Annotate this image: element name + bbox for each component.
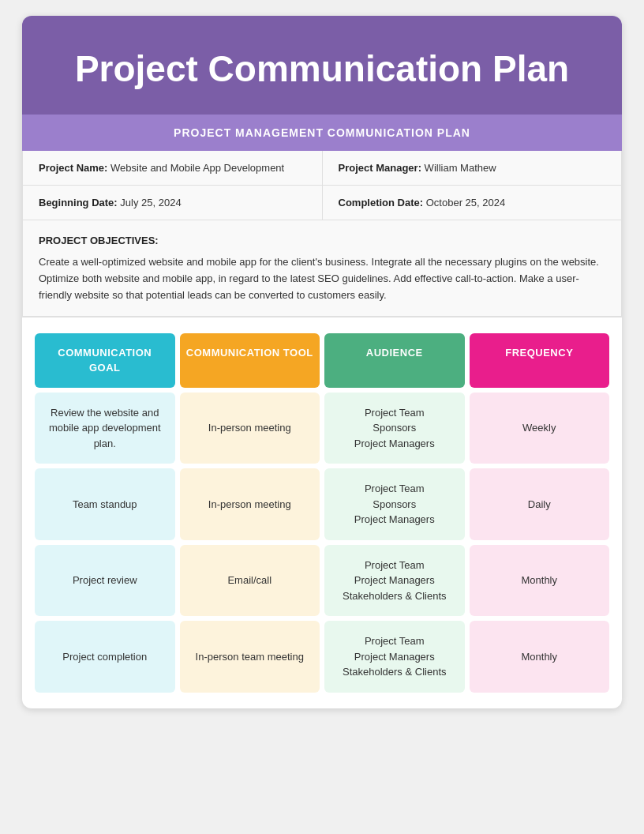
cell-audience-0: Project Team Sponsors Project Managers (324, 393, 465, 464)
project-name-value: Website and Mobile App Development (110, 162, 284, 174)
completion-date-cell: Completion Date: October 25, 2024 (323, 186, 622, 220)
project-name-label: Project Name: (39, 162, 107, 174)
cell-goal-0: Review the website and mobile app develo… (35, 393, 175, 464)
col-header-goal: COMMUNICATION GOAL (35, 333, 175, 387)
beginning-date-cell: Beginning Date: July 25, 2024 (23, 186, 323, 220)
project-manager-label: Project Manager: (339, 162, 421, 174)
objectives-label: PROJECT OBJECTIVES: (39, 233, 605, 250)
beginning-date-label: Beginning Date: (39, 197, 118, 208)
sub-header-text: PROJECT MANAGEMENT COMMUNICATION PLAN (174, 126, 470, 139)
cell-frequency-1: Daily (470, 468, 610, 540)
objectives-cell: PROJECT OBJECTIVES: Create a well-optimi… (23, 220, 621, 316)
info-row-objectives: PROJECT OBJECTIVES: Create a well-optimi… (23, 220, 621, 317)
table-header-row: COMMUNICATION GOAL COMMUNICATION TOOL AU… (35, 333, 609, 387)
cell-goal-2: Project review (35, 545, 175, 617)
table-row: Project completionIn-person team meeting… (35, 621, 609, 693)
col-header-frequency: FREQUENCY (470, 333, 610, 387)
cell-goal-1: Team standup (35, 468, 175, 540)
table-body: Review the website and mobile app develo… (35, 393, 609, 693)
info-row-names: Project Name: Website and Mobile App Dev… (23, 151, 621, 186)
sub-header-section: PROJECT MANAGEMENT COMMUNICATION PLAN (22, 115, 622, 151)
table-row: Team standupIn-person meetingProject Tea… (35, 468, 609, 540)
project-manager-cell: Project Manager: William Mathew (323, 151, 622, 185)
cell-frequency-3: Monthly (470, 621, 610, 693)
cell-tool-3: In-person team meeting (180, 621, 320, 693)
completion-date-value: October 25, 2024 (426, 197, 505, 208)
beginning-date-value: July 25, 2024 (120, 197, 181, 208)
cell-goal-3: Project completion (35, 621, 175, 693)
info-section: Project Name: Website and Mobile App Dev… (22, 151, 622, 317)
cell-audience-2: Project Team Project Managers Stakeholde… (324, 545, 465, 617)
cell-frequency-2: Monthly (470, 545, 610, 617)
page-container: Project Communication Plan PROJECT MANAG… (22, 16, 622, 708)
cell-audience-3: Project Team Project Managers Stakeholde… (324, 621, 465, 693)
info-row-dates: Beginning Date: July 25, 2024 Completion… (23, 186, 621, 220)
col-header-audience: AUDIENCE (324, 333, 465, 387)
cell-frequency-0: Weekly (470, 393, 610, 464)
communication-table: COMMUNICATION GOAL COMMUNICATION TOOL AU… (35, 333, 609, 692)
project-manager-value: William Mathew (425, 162, 496, 174)
objectives-text: Create a well-optimized website and mobi… (39, 254, 605, 303)
cell-tool-1: In-person meeting (180, 468, 320, 540)
completion-date-label: Completion Date: (339, 197, 424, 208)
project-name-cell: Project Name: Website and Mobile App Dev… (23, 151, 323, 185)
cell-audience-1: Project Team Sponsors Project Managers (324, 468, 465, 540)
header-section: Project Communication Plan (22, 16, 622, 115)
cell-tool-2: Email/call (180, 545, 320, 617)
table-row: Review the website and mobile app develo… (35, 393, 609, 464)
cell-tool-0: In-person meeting (180, 393, 320, 464)
col-header-tool: COMMUNICATION TOOL (180, 333, 320, 387)
page-title: Project Communication Plan (46, 47, 598, 91)
table-row: Project reviewEmail/callProject Team Pro… (35, 545, 609, 617)
